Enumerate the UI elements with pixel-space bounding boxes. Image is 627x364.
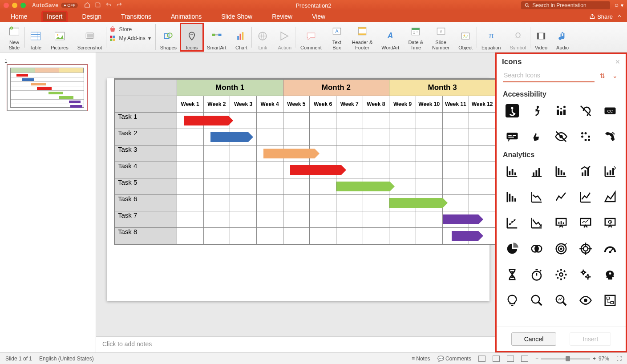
cancel-button[interactable]: Cancel [511,332,557,346]
scatter-icon[interactable] [503,214,521,232]
line-down-icon[interactable] [527,188,546,206]
tab-insert[interactable]: Insert [42,12,67,21]
sort-icon[interactable]: ⇅ [598,70,607,81]
tab-transitions[interactable]: Transitions [117,12,156,21]
area-chart-icon[interactable] [601,188,619,206]
close-panel-icon[interactable]: ✕ [615,58,620,65]
date-time-button[interactable]: Date & Time [404,24,428,50]
save-icon[interactable] [95,2,101,9]
tab-animations[interactable]: Animations [166,12,206,21]
object-button[interactable]: Object [454,24,477,50]
slide-number-button[interactable]: # Slide Number [428,24,454,50]
table-button[interactable]: Table [25,24,46,50]
sign-language-icon[interactable] [527,128,546,146]
text-box-button[interactable]: A Text Box [326,24,348,50]
presentation-line-icon[interactable] [577,214,595,232]
low-vision-icon[interactable] [552,128,570,146]
header-footer-button[interactable]: Header & Footer [348,24,377,50]
column-chart-icon[interactable] [503,188,521,206]
tab-view[interactable]: View [307,12,330,21]
bar-chart-trend-icon[interactable] [577,162,595,180]
notes-toggle[interactable]: ≡ Notes [412,356,430,362]
undo-icon[interactable] [105,2,112,9]
braille-icon[interactable] [577,128,595,146]
presentation-pie-icon[interactable] [601,214,619,232]
store-button[interactable]: Store [109,26,132,33]
new-slide-button[interactable]: + New Slide [4,24,25,50]
pie-chart-icon[interactable] [503,240,521,258]
tty-icon[interactable] [601,128,619,146]
video-button[interactable]: Video [530,24,552,50]
share-button[interactable]: Share ^ [589,13,621,20]
slide-thumbnail-1[interactable] [7,65,87,111]
wordart-button[interactable]: A WordArt [377,24,404,50]
minimize-window[interactable] [12,3,17,8]
tab-review[interactable]: Review [267,12,297,21]
fit-to-window-icon[interactable]: ⛶ [616,356,622,362]
zoom-control[interactable]: − + 97% [535,356,609,362]
audio-button[interactable]: Audio [552,24,573,50]
target-icon[interactable] [552,240,570,258]
comments-toggle[interactable]: 💬 Comments [437,356,471,362]
eye-icon[interactable] [577,291,595,309]
normal-view-icon[interactable] [478,356,485,362]
tab-design[interactable]: Design [77,12,106,21]
bar-chart-icon[interactable] [503,162,521,180]
link-button[interactable]: Link [252,24,273,50]
closed-caption-icon[interactable]: CC [601,102,619,120]
head-gear-icon[interactable] [601,266,619,283]
accessible-forward-icon[interactable] [527,102,546,120]
tab-slide-show[interactable]: Slide Show [217,12,257,21]
deaf-icon[interactable] [577,102,595,120]
insert-button[interactable]: Insert [570,332,611,346]
tab-home[interactable]: Home [6,12,32,21]
zoom-slider[interactable] [541,358,590,360]
zoom-in-icon[interactable]: + [593,356,596,362]
equation-button[interactable]: π Equation [477,24,505,50]
shapes-button[interactable]: Shapes [156,24,181,50]
presentation-bar-icon[interactable] [552,214,570,232]
line-chart-icon[interactable] [552,188,570,206]
gear-icon[interactable] [552,266,570,283]
symbol-button[interactable]: Ω Symbol [505,24,530,50]
action-button[interactable]: Action [273,24,296,50]
wheelchair-icon[interactable] [503,102,521,120]
gauge-icon[interactable] [601,240,619,258]
search-input[interactable] [532,2,607,8]
stopwatch-icon[interactable] [527,266,546,283]
lightbulb-icon[interactable] [503,291,521,309]
search-in-presentation[interactable] [521,1,610,9]
venn-icon[interactable] [527,240,546,258]
feedback-icon[interactable]: ☺ ▾ [614,2,623,8]
magnifier-icon[interactable] [527,291,546,309]
zoom-window[interactable] [20,3,26,8]
redo-icon[interactable] [116,2,122,9]
icons-button[interactable]: Icons [181,24,202,50]
smartart-button[interactable]: SmartArt [202,24,231,50]
zoom-out-icon[interactable]: − [535,356,538,362]
close-window[interactable] [4,3,9,8]
trend-down-icon[interactable] [527,214,546,232]
hourglass-icon[interactable] [503,266,521,283]
home-icon[interactable] [84,2,90,9]
comment-button[interactable]: Comment [296,24,326,50]
magnifier-chart-icon[interactable] [552,291,570,309]
screenshot-button[interactable]: Screenshot [73,24,107,50]
bar-chart-up-icon[interactable] [601,162,619,180]
zoom-value[interactable]: 97% [599,356,609,362]
autosave-toggle[interactable]: ● OFF [61,3,78,8]
family-accessible-icon[interactable] [552,102,570,120]
slideshow-view-icon[interactable] [521,356,528,362]
collapse-ribbon-icon[interactable]: ^ [618,13,621,20]
crosshair-icon[interactable] [577,240,595,258]
pictures-button[interactable]: Pictures [46,24,73,50]
line-up-icon[interactable] [577,188,595,206]
my-addins-button[interactable]: My Add-ins ▾ [109,35,150,42]
language-indicator[interactable]: English (United States) [39,356,94,362]
flowchart-icon[interactable] [601,291,619,309]
reading-view-icon[interactable] [507,356,514,362]
gears-icon[interactable] [577,266,595,283]
icon-search-input[interactable] [503,69,595,82]
bar-chart-desc-icon[interactable] [552,162,570,180]
chart-button[interactable]: Chart [231,24,252,50]
